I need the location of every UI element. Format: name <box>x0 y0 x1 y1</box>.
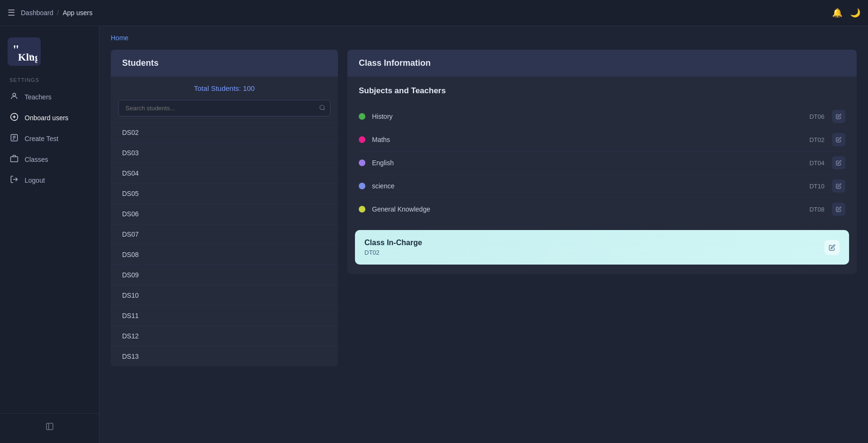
subject-code: DT08 <box>809 206 824 213</box>
subject-name: science <box>372 182 809 190</box>
subject-code: DT06 <box>809 113 824 120</box>
student-row[interactable]: DS06 <box>111 204 338 224</box>
svg-point-11 <box>320 105 324 109</box>
student-row[interactable]: DS12 <box>111 326 338 346</box>
moon-icon[interactable]: 🌙 <box>850 8 860 18</box>
breadcrumb-current: App users <box>62 9 92 17</box>
subjects-list: HistoryDT06MathsDT02EnglishDT04scienceDT… <box>359 105 845 221</box>
students-panel-header: Students <box>111 50 338 77</box>
breadcrumb: Dashboard / App users <box>21 9 92 17</box>
sidebar: " Klug " SETTINGS Teachers Onboard user <box>0 26 99 443</box>
svg-point-3 <box>13 93 16 96</box>
subject-name: History <box>372 113 809 120</box>
bell-icon[interactable]: 🔔 <box>832 8 842 18</box>
subject-code: DT10 <box>809 183 824 190</box>
hamburger-icon[interactable]: ☰ <box>8 8 15 18</box>
subject-edit-button[interactable] <box>832 133 845 146</box>
nav-right-actions: 🔔 🌙 <box>832 8 860 18</box>
subject-dot <box>359 136 365 143</box>
svg-text:Klug: Klug <box>18 51 37 63</box>
class-info-header: Class Information <box>347 50 857 77</box>
student-row[interactable]: DS08 <box>111 244 338 265</box>
search-icon <box>319 104 326 112</box>
svg-rect-10 <box>46 423 53 430</box>
top-navigation: ☰ Dashboard / App users 🔔 🌙 <box>0 0 868 26</box>
student-list: DS02DS03DS04DS05DS06DS07DS08DS09DS10DS11… <box>111 122 338 366</box>
subject-code: DT02 <box>809 136 824 143</box>
subject-row: MathsDT02 <box>359 128 845 151</box>
student-row[interactable]: DS11 <box>111 305 338 326</box>
incharge-code: DT02 <box>364 249 422 256</box>
subjects-section: Subjects and Teachers HistoryDT06MathsDT… <box>347 77 857 230</box>
subject-row: General KnowledgeDT08 <box>359 198 845 221</box>
student-row[interactable]: DS13 <box>111 346 338 366</box>
student-row[interactable]: DS10 <box>111 285 338 305</box>
search-input[interactable] <box>118 100 330 116</box>
students-panel: Students Total Students: 100 DS02DS03DS0… <box>111 50 338 366</box>
logo: " Klug " <box>8 37 41 66</box>
svg-line-12 <box>324 109 325 110</box>
sidebar-item-logout[interactable]: Logout <box>0 170 99 191</box>
home-link[interactable]: Home <box>111 34 128 42</box>
student-row[interactable]: DS02 <box>111 122 338 142</box>
subject-edit-button[interactable] <box>832 156 845 169</box>
subject-dot <box>359 159 365 166</box>
incharge-label: Class In-Charge <box>364 239 422 247</box>
subject-edit-button[interactable] <box>832 203 845 216</box>
subject-name: General Knowledge <box>372 205 809 213</box>
sidebar-item-teachers[interactable]: Teachers <box>0 87 99 107</box>
student-row[interactable]: DS03 <box>111 142 338 163</box>
subject-code: DT04 <box>809 159 824 167</box>
svg-rect-8 <box>11 157 18 162</box>
logout-icon <box>9 175 19 186</box>
sidebar-label-teachers: Teachers <box>25 93 52 101</box>
incharge-info: Class In-Charge DT02 <box>364 239 422 256</box>
subject-edit-button[interactable] <box>832 110 845 123</box>
create-test-icon <box>9 133 19 144</box>
subject-row: EnglishDT04 <box>359 151 845 175</box>
subject-row: HistoryDT06 <box>359 105 845 128</box>
total-students-label: Total Students: 100 <box>111 77 338 96</box>
sidebar-label-classes: Classes <box>25 156 48 163</box>
subjects-section-title: Subjects and Teachers <box>359 86 845 96</box>
incharge-edit-button[interactable] <box>824 240 840 255</box>
logo-area: " Klug " <box>0 34 99 77</box>
sidebar-label-onboard: Onboard users <box>25 114 69 122</box>
classes-icon <box>9 154 19 165</box>
sidebar-label-create-test: Create Test <box>25 135 58 142</box>
sidebar-item-create-test[interactable]: Create Test <box>0 128 99 149</box>
breadcrumb-dashboard: Dashboard <box>21 9 53 17</box>
class-info-panel: Class Information Subjects and Teachers … <box>347 50 857 274</box>
svg-text:": " <box>28 53 34 63</box>
student-row[interactable]: DS07 <box>111 224 338 244</box>
breadcrumb-separator: / <box>57 9 59 17</box>
sidebar-item-onboard-users[interactable]: Onboard users <box>0 107 99 128</box>
search-wrapper <box>118 100 330 116</box>
sidebar-label-logout: Logout <box>25 177 45 184</box>
sidebar-item-classes[interactable]: Classes <box>0 149 99 170</box>
subject-name: English <box>372 159 809 167</box>
student-row[interactable]: DS04 <box>111 163 338 183</box>
sidebar-section-label: SETTINGS <box>0 77 99 87</box>
teachers-icon <box>9 92 19 102</box>
search-row <box>111 96 338 122</box>
content-area: Home Students Total Students: 100 <box>99 26 868 443</box>
subject-edit-button[interactable] <box>832 179 845 193</box>
class-incharge-card: Class In-Charge DT02 <box>355 230 849 265</box>
student-row[interactable]: DS05 <box>111 183 338 204</box>
subject-dot <box>359 206 365 213</box>
subject-name: Maths <box>372 136 809 143</box>
subject-row: scienceDT10 <box>359 175 845 198</box>
panels-container: Students Total Students: 100 DS02DS03DS0… <box>111 50 857 366</box>
collapse-button[interactable] <box>0 417 99 435</box>
subject-dot <box>359 183 365 189</box>
content-breadcrumb: Home <box>111 34 857 42</box>
student-row[interactable]: DS09 <box>111 265 338 285</box>
main-layout: " Klug " SETTINGS Teachers Onboard user <box>0 26 868 443</box>
sidebar-bottom <box>0 413 99 435</box>
subject-dot <box>359 113 365 120</box>
onboard-icon <box>9 113 19 123</box>
